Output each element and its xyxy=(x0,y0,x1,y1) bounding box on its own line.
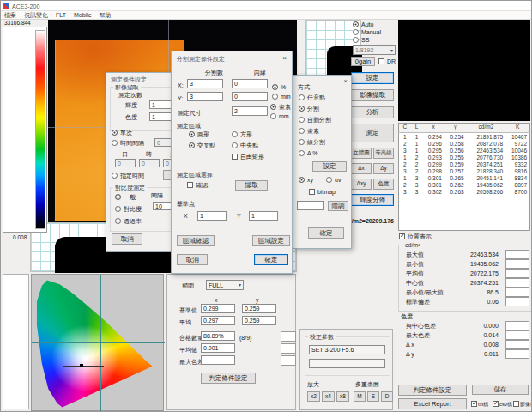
delta-xy-button[interactable]: Δxy xyxy=(351,179,372,190)
delta-x-button[interactable]: Δx xyxy=(351,163,372,174)
method-set-button[interactable]: 設定 xyxy=(312,161,347,172)
grad-field[interactable] xyxy=(297,201,324,210)
analyze-button[interactable]: 分析 xyxy=(351,106,394,118)
close-icon[interactable]: × xyxy=(281,54,288,62)
result-image[interactable] xyxy=(398,20,530,121)
delta-y-button[interactable]: Δy xyxy=(373,163,394,174)
split-cancel-button[interactable]: 取消 xyxy=(177,254,208,265)
uv-radio[interactable]: uv xyxy=(326,177,341,183)
position-display-checkbox[interactable]: 位置表示 xyxy=(399,233,432,239)
split-ok-button[interactable]: 確定 xyxy=(254,254,288,265)
method-ok-button[interactable]: 確定 xyxy=(308,227,344,239)
region-confirm-button[interactable]: 區域確認 xyxy=(177,235,215,246)
method-autosplit-radio[interactable]: 自動分割 xyxy=(299,117,331,123)
region-set-button[interactable]: 區域設定 xyxy=(252,235,290,246)
grad-button[interactable]: 階調 xyxy=(328,201,348,211)
x-inner-field[interactable]: 0 xyxy=(232,79,268,88)
center-radio[interactable]: 中央點 xyxy=(232,142,258,148)
pass-field[interactable]: 88.89% xyxy=(201,331,235,341)
interval-radio[interactable]: 時間間隔 xyxy=(112,140,144,146)
base-x-field[interactable]: 1 xyxy=(197,211,227,221)
table-row[interactable]: 120.2930.25520776.73010386 xyxy=(399,154,530,161)
chroma-count-field[interactable]: 1 xyxy=(149,112,172,121)
mm-radio[interactable]: mm xyxy=(272,94,291,100)
avg-y-field[interactable]: 0.259 xyxy=(242,316,276,325)
calib-set-field[interactable]: SET 3-200 F5.6 xyxy=(309,345,385,354)
multi-m-button[interactable]: M xyxy=(354,391,366,402)
txt-file-checkbox[interactable]: txt檔 xyxy=(471,401,488,407)
contrast-radio[interactable]: 對比度 xyxy=(115,206,142,212)
zoom-x2-button[interactable]: x2 xyxy=(307,391,320,402)
avg-x-field[interactable]: 0.297 xyxy=(201,316,235,325)
exposure-auto-radio[interactable]: Auto xyxy=(353,21,373,27)
circle-radio[interactable]: 圓形 xyxy=(189,131,209,137)
single-radio[interactable]: 單次 xyxy=(112,130,132,136)
judge-condition-button[interactable]: 判定條件設定 xyxy=(201,373,256,384)
shutter-select[interactable]: 1/8192 xyxy=(353,45,396,55)
cross-radio[interactable]: 交叉點 xyxy=(189,142,215,148)
chroma-button[interactable]: 色度 xyxy=(373,179,394,190)
xy-radio[interactable]: xy xyxy=(299,177,313,183)
specified-time-radio[interactable]: 指定時間 xyxy=(112,173,144,179)
square-radio[interactable]: 方形 xyxy=(232,131,252,137)
method-pixel-radio[interactable]: 畫素 xyxy=(299,128,319,134)
settings-button[interactable]: 設定 xyxy=(351,72,394,84)
normal-radio[interactable]: 一般 xyxy=(115,194,136,200)
table-row[interactable]: 330.3020.26320598.2668700 xyxy=(399,188,530,195)
method-split-radio[interactable]: 分割 xyxy=(299,106,319,112)
table-row[interactable]: 310.2950.25622463.53410046 xyxy=(399,147,530,154)
max-diff-field[interactable] xyxy=(201,355,235,365)
x-division-field[interactable]: 3 xyxy=(187,79,223,88)
menu-flt[interactable]: FLT xyxy=(56,12,66,18)
percent-radio[interactable]: % xyxy=(272,84,286,90)
luminance-dist-button[interactable]: 輝度分佈 xyxy=(351,194,394,206)
measure-button[interactable]: 測定 xyxy=(351,124,394,142)
table-row[interactable]: 220.2990.25920374.2519332 xyxy=(399,161,530,167)
menu-file[interactable]: 檔案 xyxy=(4,11,16,20)
table-row[interactable]: 230.3010.26219435.0628897 xyxy=(399,181,530,188)
method-anypoint-radio[interactable]: 任意點 xyxy=(299,94,325,100)
ref-x-field[interactable]: 0.299 xyxy=(201,304,235,313)
menu-mobile[interactable]: Mobile xyxy=(74,12,92,18)
menu-help[interactable]: 幫助 xyxy=(100,11,112,20)
table-row[interactable]: 130.3010.26520451.1418834 xyxy=(399,174,530,181)
gain-button[interactable]: 0gain xyxy=(351,57,375,66)
day-field[interactable]: 0 xyxy=(115,159,136,167)
multi-d-button[interactable]: D xyxy=(381,391,393,402)
calib-extra-field[interactable] xyxy=(309,359,385,368)
result-judge-button[interactable]: 判定條件設定 xyxy=(398,385,467,396)
range-select[interactable]: FULL xyxy=(206,280,244,290)
contour-button[interactable]: 等高線 xyxy=(373,148,394,159)
grab-button[interactable]: 擷取 xyxy=(235,180,268,191)
size-field[interactable]: 2 xyxy=(232,106,268,116)
solid-view-button[interactable]: 立體圖 xyxy=(351,148,372,159)
transmit-radio[interactable]: 透過率 xyxy=(115,218,142,224)
cie-diagram[interactable] xyxy=(31,274,164,411)
bitmap-checkbox[interactable]: bitmap xyxy=(309,189,336,195)
close-icon[interactable]: × xyxy=(342,77,349,85)
results-table[interactable]: C L x y cd/m2 K 110.2940.25421891.875104… xyxy=(398,123,530,231)
table-row[interactable]: 320.2980.25721828.3409816 xyxy=(399,167,530,174)
exposure-ss-radio[interactable]: SS xyxy=(353,37,369,43)
free-rect-checkbox[interactable]: 自由矩形 xyxy=(232,154,264,160)
confirm-checkbox[interactable]: 確認 xyxy=(187,182,208,188)
menu-video-change[interactable]: 視訊變化 xyxy=(24,11,48,20)
hour-field[interactable]: 0 xyxy=(139,159,160,167)
method-delta-radio[interactable]: Δ % xyxy=(299,150,317,156)
y-division-field[interactable]: 3 xyxy=(187,92,223,101)
table-row[interactable]: 110.2940.25421891.87510467 xyxy=(399,133,530,141)
cond-cancel-button[interactable]: 取消 xyxy=(112,233,142,245)
mm2-radio[interactable]: mm xyxy=(270,113,289,119)
exposure-manual-radio[interactable]: Manual xyxy=(353,29,381,35)
y-inner-field[interactable]: 0 xyxy=(232,92,268,101)
method-linesplit-radio[interactable]: 線分割 xyxy=(299,139,325,145)
lum-count-field[interactable]: 1 xyxy=(149,100,172,109)
multi-s-button[interactable]: S xyxy=(367,391,379,402)
csv-file-checkbox[interactable]: csv檔 xyxy=(493,401,512,407)
excel-report-button[interactable]: Excel Report xyxy=(398,398,467,409)
pixel-radio[interactable]: 畫素 xyxy=(270,104,291,110)
image-capture-button[interactable]: 影像擷取 xyxy=(351,89,394,101)
ref-y-field[interactable]: 0.259 xyxy=(242,304,276,313)
avg-err-field[interactable]: 0.001 xyxy=(201,343,235,353)
zoom-x8-button[interactable]: x8 xyxy=(336,391,349,402)
